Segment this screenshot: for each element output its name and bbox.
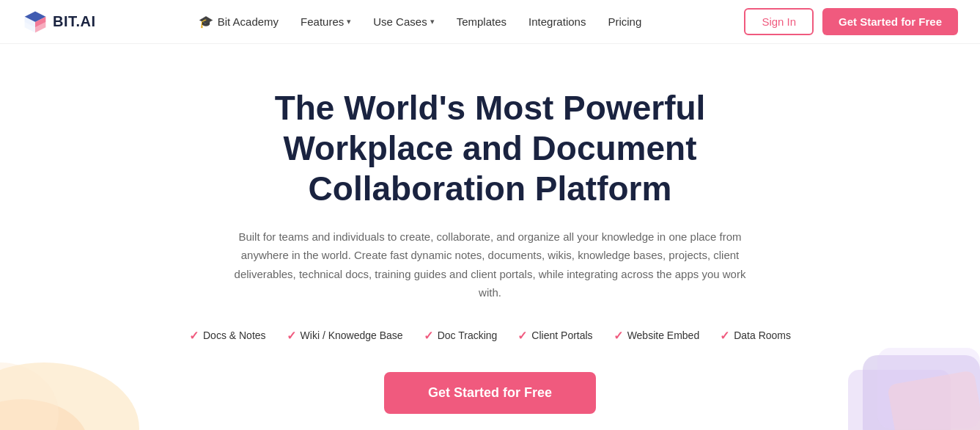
hero-section: The World's Most Powerful Workplace and … bbox=[0, 44, 980, 430]
hero-title: The World's Most Powerful Workplace and … bbox=[197, 88, 784, 210]
getstarted-nav-button[interactable]: Get Started for Free bbox=[822, 8, 958, 35]
nav-pricing[interactable]: Pricing bbox=[608, 15, 641, 28]
feature-badge-label: Website Embed bbox=[627, 329, 700, 341]
navbar: BIT.AI 🎓 Bit Academy Features ▾ Use Case… bbox=[0, 0, 980, 44]
nav-links: 🎓 Bit Academy Features ▾ Use Cases ▾ Tem… bbox=[199, 15, 642, 29]
feature-badges: ✓ Docs & Notes ✓ Wiki / Knowedge Base ✓ … bbox=[189, 329, 791, 343]
nav-academy[interactable]: 🎓 Bit Academy bbox=[199, 15, 279, 29]
nav-academy-label: Bit Academy bbox=[218, 15, 279, 28]
cta-button[interactable]: Get Started for Free bbox=[384, 372, 596, 414]
nav-features[interactable]: Features ▾ bbox=[301, 15, 351, 28]
check-icon: ✓ bbox=[517, 329, 527, 343]
logo-text: BIT.AI bbox=[53, 13, 96, 30]
nav-usecases-label: Use Cases bbox=[373, 15, 427, 28]
logo-icon bbox=[22, 9, 48, 35]
nav-usecases[interactable]: Use Cases ▾ bbox=[373, 15, 434, 28]
academy-icon: 🎓 bbox=[199, 15, 213, 29]
features-chevron-icon: ▾ bbox=[347, 17, 351, 26]
usecases-chevron-icon: ▾ bbox=[430, 17, 435, 26]
check-icon: ✓ bbox=[189, 329, 199, 343]
nav-templates[interactable]: Templates bbox=[457, 15, 506, 28]
check-icon: ✓ bbox=[720, 329, 729, 343]
feature-badge: ✓ Website Embed bbox=[614, 329, 700, 343]
nav-templates-label: Templates bbox=[457, 15, 506, 28]
feature-badge-label: Client Portals bbox=[531, 329, 592, 341]
feature-badge: ✓ Data Rooms bbox=[720, 329, 791, 343]
feature-badge-label: Wiki / Knowedge Base bbox=[301, 329, 403, 341]
feature-badge: ✓ Client Portals bbox=[517, 329, 592, 343]
nav-integrations[interactable]: Integrations bbox=[528, 15, 586, 28]
feature-badge-label: Data Rooms bbox=[734, 329, 791, 341]
hero-title-line1: The World's Most Powerful bbox=[275, 89, 706, 127]
logo[interactable]: BIT.AI bbox=[22, 9, 96, 35]
feature-badge-label: Doc Tracking bbox=[438, 329, 498, 341]
nav-integrations-label: Integrations bbox=[528, 15, 586, 28]
check-icon: ✓ bbox=[424, 329, 433, 343]
hero-title-line2: Workplace and Document Collaboration Pla… bbox=[283, 129, 696, 208]
nav-features-label: Features bbox=[301, 15, 344, 28]
feature-badge: ✓ Doc Tracking bbox=[424, 329, 498, 343]
page-wrapper: The World's Most Powerful Workplace and … bbox=[0, 44, 980, 430]
hero-subtitle: Built for teams and individuals to creat… bbox=[226, 227, 754, 302]
signin-button[interactable]: Sign In bbox=[744, 8, 814, 35]
feature-badge-label: Docs & Notes bbox=[203, 329, 266, 341]
check-icon: ✓ bbox=[614, 329, 623, 343]
feature-badge: ✓ Docs & Notes bbox=[189, 329, 266, 343]
check-icon: ✓ bbox=[287, 329, 296, 343]
nav-actions: Sign In Get Started for Free bbox=[744, 8, 958, 35]
nav-pricing-label: Pricing bbox=[608, 15, 641, 28]
feature-badge: ✓ Wiki / Knowedge Base bbox=[287, 329, 403, 343]
